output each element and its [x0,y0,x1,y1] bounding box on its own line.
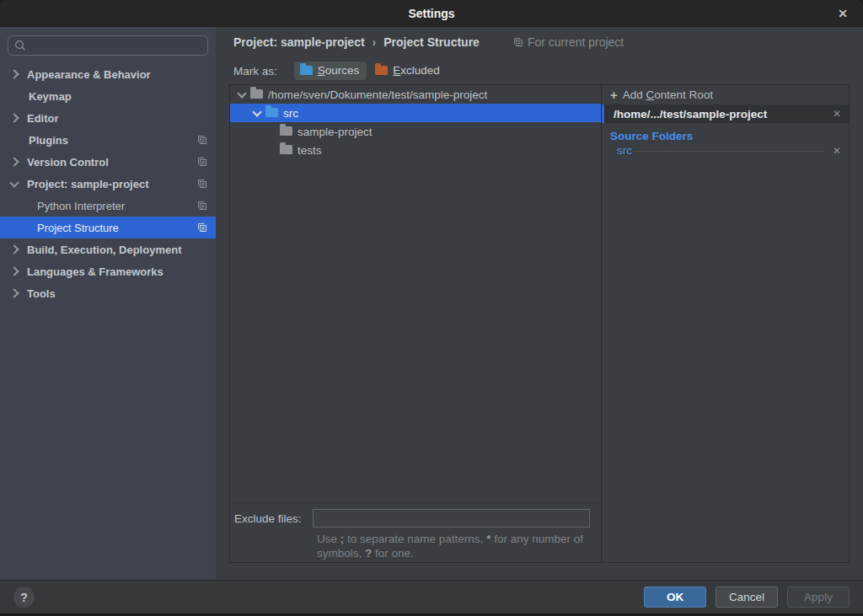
project-structure-panel: /home/sven/Dokumente/test/sample-project… [229,84,850,563]
content-root-pane: + Add Content Root /home/.../test/sample… [601,85,849,562]
source-folders-header: Source Folders [610,130,849,142]
project-settings-icon [197,201,207,211]
exclude-files-label: Exclude files: [230,512,313,525]
remove-source-folder-icon[interactable]: ✕ [825,145,849,157]
sidebar-item-label: Keymap [29,90,72,103]
breadcrumb-project[interactable]: Project: sample-project [233,35,365,49]
content-root-entry[interactable]: /home/.../test/sample-project ✕ [602,104,849,123]
ok-button[interactable]: OK [644,587,706,608]
sidebar-item-label: Languages & Frameworks [27,265,163,278]
help-icon[interactable]: ? [13,587,35,608]
sidebar-item-label: Editor [27,112,59,125]
cancel-button[interactable]: Cancel [716,587,778,608]
source-folder-icon [300,66,313,75]
title-bar: Settings ✕ [0,0,863,27]
dialog-footer: ? OK Cancel Apply [0,580,863,613]
tree-row-sample-project[interactable]: sample-project [230,122,601,141]
sidebar-item-label: Build, Execution, Deployment [27,244,181,256]
for-current-project-label: For current project [528,35,624,49]
chevron-down-icon[interactable] [237,88,246,98]
sidebar-item-build-execution-deployment[interactable]: Build, Execution, Deployment [0,238,216,260]
source-folder-icon [265,108,278,117]
dotted-leader [634,151,823,152]
chevron-right-icon [9,266,19,276]
search-icon [14,40,26,51]
sources-label: ources [325,64,360,77]
excluded-label: xcluded [400,64,440,77]
sidebar-item-label: Project Structure [37,222,119,234]
source-folder-name[interactable]: src [617,144,632,157]
chevron-right-icon [9,69,19,78]
sidebar-item-tools[interactable]: Tools [0,282,216,304]
sidebar-item-keymap[interactable]: Keymap [0,85,216,107]
sidebar-item-languages-frameworks[interactable]: Languages & Frameworks [0,260,216,282]
tree-row-content-root[interactable]: /home/sven/Dokumente/test/sample-project [230,85,601,104]
chevron-down-icon[interactable] [252,107,261,116]
exclude-files-section: Exclude files: Use ; to separate name pa… [230,502,601,562]
sidebar-item-editor[interactable]: Editor [0,107,216,129]
sidebar-item-python-interpreter[interactable]: Python Interpreter [0,195,216,217]
project-settings-icon [197,179,207,189]
tree-item-label: /home/sven/Dokumente/test/sample-project [268,88,487,101]
sidebar-item-label: Python Interpreter [37,200,125,212]
content-root-mnemonic: C [646,88,655,101]
folder-icon [280,126,292,136]
sidebar-item-label: Appearance & Behavior [27,68,151,81]
sidebar-item-label: Project: sample-project [27,178,149,190]
chevron-right-icon [9,244,19,254]
sidebar-item-version-control[interactable]: Version Control [0,151,216,173]
mark-as-sources-button[interactable]: Sources [294,62,367,80]
project-settings-icon [197,222,207,233]
excluded-mnemonic: E [393,64,400,77]
project-settings-icon [513,37,523,47]
tree-row-tests[interactable]: tests [230,141,601,159]
content-root-path: /home/.../test/sample-project [614,108,825,121]
breadcrumb: Project: sample-project › Project Struct… [216,27,863,57]
for-current-project-note: For current project [513,35,624,49]
mark-as-excluded-button[interactable]: Excluded [369,62,448,80]
page-title: Project Structure [383,35,480,49]
selection-indicator [602,104,604,123]
breadcrumb-separator: › [373,35,377,49]
chevron-right-icon [9,157,19,166]
project-settings-icon [197,135,207,145]
tree-row-src[interactable]: src [230,104,601,122]
sidebar-item-project-sample-project[interactable]: Project: sample-project [0,173,216,195]
chevron-right-icon [9,288,19,297]
exclude-files-input[interactable] [313,509,590,528]
close-icon[interactable]: ✕ [831,0,855,27]
settings-dialog: Settings ✕ Appearance & Behavior Keymap … [0,0,863,613]
sidebar-item-appearance-behavior[interactable]: Appearance & Behavior [0,63,216,85]
project-settings-icon [197,157,207,167]
content-tree-pane: /home/sven/Dokumente/test/sample-project… [230,85,601,562]
sidebar-item-project-structure[interactable]: Project Structure [0,217,216,238]
source-folder-entry[interactable]: src ✕ [602,144,849,161]
plus-icon: + [610,88,618,101]
apply-button: Apply [787,587,850,608]
mark-as-toolbar: Mark as: Sources Excluded [216,57,863,84]
sidebar-list: Appearance & Behavior Keymap Editor Plug… [0,63,216,304]
dialog-title: Settings [408,7,454,20]
sidebar-item-label: Tools [27,287,56,300]
tree-item-label: sample-project [297,126,373,138]
search-box[interactable] [8,35,208,56]
sidebar-item-label: Plugins [29,134,68,147]
sidebar-item-plugins[interactable]: Plugins [0,129,216,151]
search-input[interactable] [26,40,207,52]
mark-as-label: Mark as: [233,65,277,78]
folder-icon [250,89,263,99]
excluded-folder-icon [375,66,388,75]
sidebar-item-label: Version Control [27,156,109,169]
chevron-down-icon [9,178,19,187]
sources-mnemonic: S [318,64,325,77]
remove-content-root-icon[interactable]: ✕ [825,108,849,120]
add-content-root-button[interactable]: + Add Content Root [602,85,849,104]
folder-icon [280,145,292,154]
tree-item-label: tests [297,144,322,157]
settings-sidebar: Appearance & Behavior Keymap Editor Plug… [0,27,216,580]
chevron-right-icon [9,113,19,122]
tree-item-label: src [283,107,298,120]
exclude-files-hint: Use ; to separate name patterns, * for a… [317,532,600,560]
